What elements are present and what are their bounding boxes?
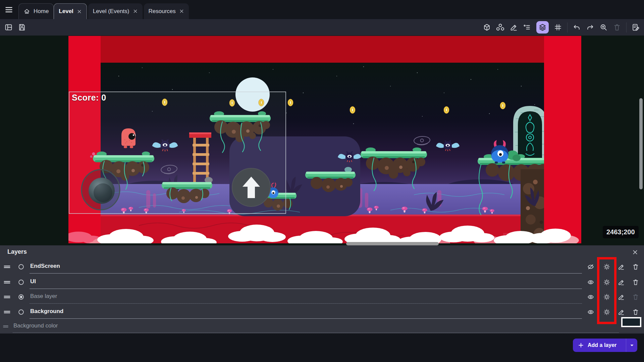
layer-name-field[interactable]: Base layer [30, 293, 57, 300]
drag-handle-icon[interactable] [3, 293, 11, 301]
background-color-label: Background color [13, 322, 58, 329]
grid-icon[interactable] [554, 23, 562, 32]
edit-effects-icon[interactable] [618, 293, 625, 301]
scene-border-right [544, 36, 581, 243]
edit-effects-icon[interactable] [618, 263, 625, 270]
redo-icon[interactable] [586, 23, 594, 32]
delete-layer-icon-disabled [632, 293, 639, 301]
tab-label: Home [34, 8, 49, 15]
delete-layer-icon[interactable] [632, 308, 639, 316]
drag-handle-icon[interactable] [3, 279, 11, 286]
tab-label: Level [59, 8, 73, 15]
vertical-scrollbar[interactable] [639, 98, 643, 189]
close-icon[interactable] [179, 9, 184, 14]
annotation-highlight-box [597, 257, 616, 324]
close-icon[interactable] [77, 9, 82, 14]
cursor-coordinates: 2463;200 [603, 226, 639, 238]
object-groups-icon[interactable] [496, 23, 504, 32]
tab-level[interactable]: Level [54, 3, 87, 19]
portal-arch[interactable] [513, 106, 547, 162]
layer-radio[interactable] [17, 263, 25, 270]
add-layer-button[interactable]: Add a layer [573, 339, 637, 352]
undo-icon[interactable] [573, 23, 581, 32]
scene-art [68, 36, 581, 243]
zoom-in-icon[interactable] [599, 23, 608, 32]
main-menu-icon[interactable] [4, 6, 13, 14]
drag-handle-icon[interactable] [3, 263, 11, 270]
score-text-object[interactable]: Score: 0 [72, 93, 106, 103]
visibility-icon[interactable] [587, 279, 594, 286]
add-layer-dropdown[interactable] [626, 342, 637, 349]
drag-handle-icon[interactable] [3, 308, 11, 316]
chevron-down-icon [628, 342, 636, 349]
delete-layer-icon[interactable] [632, 263, 639, 270]
layer-row-background: Background [0, 305, 644, 319]
drag-handle-icon [3, 323, 9, 329]
bottom-bar: Add a layer [0, 334, 644, 362]
layer-radio[interactable] [17, 308, 25, 316]
layer-radio-selected[interactable] [17, 293, 25, 301]
horizontal-scrollbar[interactable] [346, 242, 439, 245]
save-icon[interactable] [18, 23, 26, 32]
tab-label: Level (Events) [93, 8, 129, 15]
edit-effects-icon[interactable] [618, 308, 625, 316]
layers-panel: Layers EndScreen UI Base layer [0, 245, 644, 334]
layer-row-ui: UI [0, 275, 644, 290]
layer-name-field[interactable]: EndScreen [30, 263, 60, 269]
scene-editor-canvas[interactable]: Score: 0 2463;200 [0, 36, 644, 245]
scene-border-top [101, 36, 544, 63]
gdevelop-editor: Home Level Level (Events) Resources [0, 0, 644, 362]
scene-viewport[interactable]: Score: 0 [68, 36, 581, 243]
layer-name-field[interactable]: UI [30, 278, 36, 285]
layers-panel-toggle[interactable] [536, 21, 549, 34]
delete-layer-icon[interactable] [632, 279, 639, 286]
delete-icon[interactable] [613, 23, 621, 32]
layers-panel-title: Layers [7, 248, 27, 255]
layer-name-field[interactable]: Background [30, 308, 63, 315]
toolbar: Preview Publish [0, 19, 644, 36]
edit-pencil-icon[interactable] [509, 23, 518, 32]
tab-level-events[interactable]: Level (Events) [88, 3, 143, 19]
tab-resources[interactable]: Resources [144, 3, 189, 19]
layer-row-base: Base layer [0, 290, 644, 304]
edit-effects-icon[interactable] [618, 279, 625, 286]
background-color-row: Background color [0, 319, 644, 333]
tab-bar: Home Level Level (Events) Resources [0, 0, 644, 19]
layer-row-endscreen: EndScreen [0, 259, 644, 274]
background-color-swatch[interactable] [621, 317, 641, 327]
tab-home[interactable]: Home [18, 3, 54, 19]
objects-panel-icon[interactable] [483, 23, 491, 32]
visibility-off-icon[interactable] [587, 263, 594, 270]
visibility-icon[interactable] [587, 308, 594, 316]
close-icon[interactable] [133, 9, 138, 14]
close-panel-icon[interactable] [632, 249, 638, 255]
tab-label: Resources [149, 8, 176, 15]
layout-panels-icon[interactable] [4, 23, 13, 32]
add-layer-label: Add a layer [588, 342, 616, 348]
layers-icon [538, 23, 547, 32]
home-icon [23, 8, 30, 15]
plus-icon [578, 342, 584, 349]
camera-frame [69, 92, 286, 214]
visibility-icon[interactable] [587, 293, 594, 301]
layer-radio[interactable] [17, 279, 25, 286]
instances-list-icon[interactable] [523, 23, 531, 32]
edit-scene-properties-icon[interactable] [632, 23, 640, 32]
